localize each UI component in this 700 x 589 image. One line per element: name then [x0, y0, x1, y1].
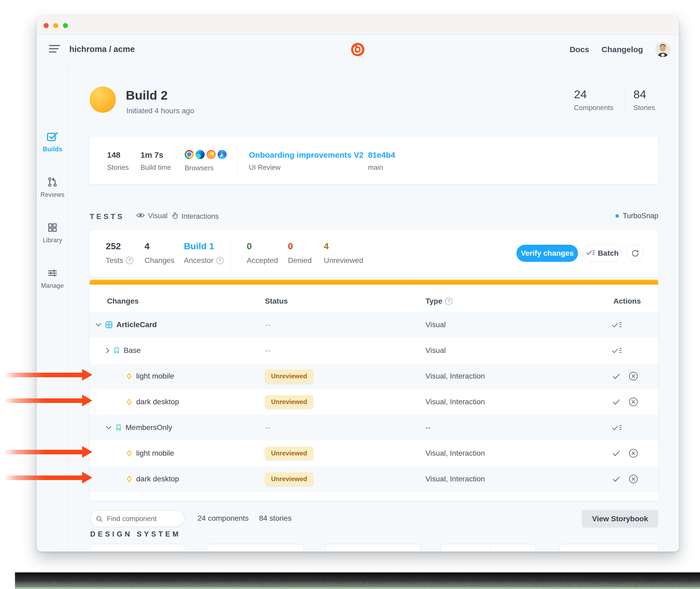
sidebar-item-label: Library	[43, 237, 62, 244]
row-name-cell: ArticleCard	[95, 312, 157, 338]
accept-icon[interactable]	[612, 448, 621, 458]
accept-icon[interactable]	[612, 474, 621, 484]
design-system-card[interactable]	[441, 544, 536, 552]
batch-button[interactable]: Batch	[583, 245, 621, 262]
row-name-cell: Base	[106, 338, 141, 363]
row-name: dark desktop	[136, 398, 179, 406]
table-row-story[interactable]: dark desktopUnreviewedVisual, Interactio…	[90, 389, 658, 415]
design-system-card[interactable]	[560, 544, 658, 552]
col-status: Status	[265, 297, 288, 306]
stories-stat: 84 Stories	[633, 88, 655, 112]
changelog-link[interactable]: Changelog	[602, 45, 643, 54]
sidebar-item-manage[interactable]: Manage	[37, 268, 68, 289]
diamond-icon	[126, 372, 133, 380]
progress-bar	[90, 280, 658, 284]
chevron-down-icon[interactable]	[95, 323, 101, 327]
browsers-label: Browsers	[185, 164, 214, 172]
pull-request-icon	[47, 177, 58, 188]
bookmark-icon	[115, 424, 122, 431]
table-row-component[interactable]: ArticleCard--Visual	[90, 312, 658, 338]
table-row-story[interactable]: dark desktopUnreviewedVisual, Interactio…	[90, 466, 658, 492]
row-name: Base	[124, 346, 141, 355]
help-icon[interactable]: ?	[216, 257, 224, 264]
chromatic-logo-icon[interactable]	[351, 43, 364, 56]
accept-icon[interactable]	[612, 371, 621, 381]
components-summary: 24 components	[198, 514, 249, 523]
row-type-cell: Visual, Interaction	[425, 440, 485, 466]
col-type: Type?	[425, 297, 452, 306]
changes-table: Changes Status Type? Actions ArticleCard…	[90, 280, 658, 501]
diamond-icon	[126, 398, 133, 406]
table-row-group[interactable]: MembersOnly----	[90, 415, 658, 440]
accept-icon[interactable]	[612, 397, 621, 407]
design-system-card[interactable]	[207, 544, 304, 552]
design-system-card[interactable]	[326, 544, 421, 552]
close-button[interactable]	[44, 23, 49, 28]
visual-filter[interactable]: Visual	[136, 212, 167, 220]
design-system-card[interactable]	[90, 544, 185, 552]
build-time: 1m 7s Build time	[140, 151, 171, 172]
status-badge: Unreviewed	[265, 395, 313, 409]
minimize-button[interactable]	[53, 23, 58, 28]
verify-changes-button[interactable]: Verify changes	[516, 245, 578, 262]
annotation-arrow	[4, 446, 93, 458]
avatar[interactable]	[655, 42, 670, 57]
ancestor-stat[interactable]: Build 1 Ancestor?	[184, 241, 224, 265]
row-type-cell: Visual	[425, 312, 446, 338]
batch-accept-icon[interactable]	[612, 321, 622, 329]
builds-check-icon	[47, 131, 58, 143]
docs-link[interactable]: Docs	[570, 45, 589, 54]
help-icon[interactable]: ?	[126, 257, 133, 264]
sidebar-item-reviews[interactable]: Reviews	[37, 177, 68, 198]
deny-icon[interactable]	[629, 448, 638, 458]
zoom-button[interactable]	[63, 23, 68, 28]
design-system-heading: DESIGN SYSTEM	[90, 530, 181, 538]
row-actions-cell	[612, 312, 622, 338]
window-titlebar	[37, 16, 679, 35]
sidebar-item-library[interactable]: Library	[37, 222, 68, 244]
search-icon	[95, 515, 103, 524]
build-info-card: 148 Stories 1m 7s Build time Browsers On…	[90, 137, 658, 184]
table-header: Changes Status Type? Actions	[90, 284, 658, 312]
sidebar-item-builds[interactable]: Builds	[37, 131, 68, 153]
deny-icon[interactable]	[629, 474, 638, 484]
table-row-group[interactable]: Base--Visual	[90, 338, 658, 363]
browsers	[185, 150, 227, 159]
branch-link[interactable]: Onboarding improvements V2 UI Review	[249, 151, 363, 172]
row-actions-cell	[612, 389, 638, 415]
chevron-down-icon[interactable]	[106, 426, 111, 430]
row-status-cell: --	[265, 312, 271, 338]
batch-accept-icon[interactable]	[612, 423, 622, 432]
row-name: ArticleCard	[116, 321, 157, 329]
deny-icon[interactable]	[629, 397, 638, 407]
interactions-filter[interactable]: Interactions	[172, 212, 219, 221]
row-type-cell: Visual, Interaction	[425, 363, 485, 389]
row-status-cell: Unreviewed	[265, 389, 313, 415]
bookmark-icon	[113, 347, 120, 354]
menu-icon[interactable]	[49, 45, 61, 54]
find-component-input[interactable]	[90, 510, 185, 527]
refresh-button[interactable]	[627, 245, 644, 262]
row-name: MembersOnly	[125, 423, 172, 432]
page: hichroma / acme Docs Changelog	[0, 0, 700, 589]
help-icon[interactable]: ?	[445, 298, 452, 305]
status-empty: --	[265, 423, 271, 432]
row-name: dark desktop	[136, 475, 179, 483]
view-storybook-button[interactable]: View Storybook	[582, 510, 658, 528]
deny-icon[interactable]	[629, 371, 638, 381]
components-stat: 24 Components	[574, 88, 613, 112]
status-badge: Unreviewed	[265, 370, 313, 383]
turbosnap-indicator[interactable]: TurboSnap	[616, 212, 658, 220]
sliders-icon	[47, 268, 58, 279]
breadcrumb[interactable]: hichroma / acme	[69, 44, 135, 54]
build-status-dot	[90, 86, 116, 113]
chevron-right-icon[interactable]	[106, 348, 110, 353]
batch-accept-icon[interactable]	[612, 346, 622, 355]
commit-link[interactable]: 81e4b4 main	[368, 151, 395, 172]
table-row-story[interactable]: light mobileUnreviewedVisual, Interactio…	[90, 363, 658, 389]
row-type-cell: Visual	[425, 338, 446, 363]
changes-stat: 4 Changes	[144, 241, 174, 265]
stories-summary: 84 stories	[259, 514, 291, 523]
grid-icon	[47, 222, 58, 234]
table-row-story[interactable]: light mobileUnreviewedVisual, Interactio…	[90, 440, 658, 466]
